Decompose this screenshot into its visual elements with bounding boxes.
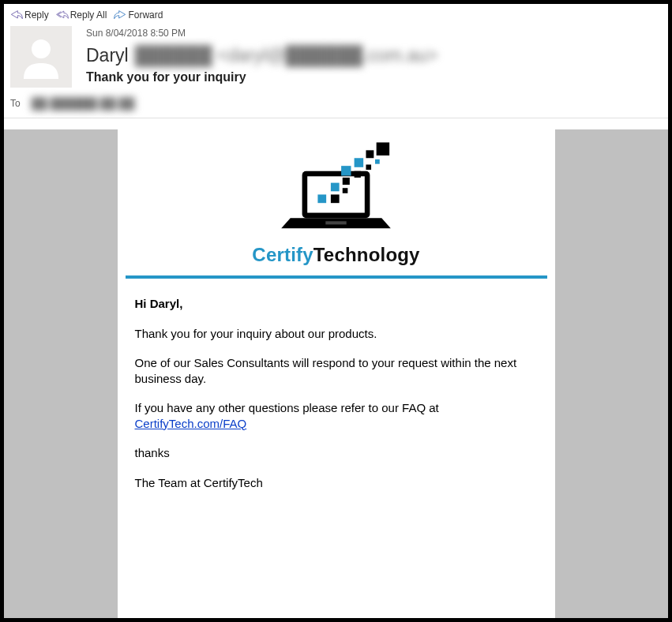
forward-button[interactable]: Forward [114,9,163,21]
svg-rect-15 [375,159,380,164]
faq-link[interactable]: CertifyTech.com/FAQ [135,417,247,430]
reply-all-button[interactable]: Reply All [56,9,107,21]
email-datetime: Sun 8/04/2018 8:50 PM [86,28,662,39]
svg-rect-13 [366,150,374,158]
svg-rect-12 [366,165,371,170]
reply-icon [10,9,23,21]
email-subject: Thank you for your inquiry [86,70,662,84]
action-toolbar: Reply Reply All Forward [4,4,668,23]
paragraph-2: One of our Sales Consultants will respon… [135,355,535,386]
to-label: To [10,98,21,109]
paragraph-5: The Team at CertifyTech [135,475,535,491]
svg-rect-4 [317,194,326,203]
brand-part-a: Certify [252,244,313,265]
svg-rect-9 [341,166,351,175]
svg-rect-14 [377,142,390,156]
email-header: Sun 8/04/2018 8:50 PM Daryl ██████ <dary… [4,23,668,96]
body-spacer [118,514,555,618]
paragraph-1: Thank you for your inquiry about our pro… [135,326,535,342]
brand-part-b: Technology [313,244,420,265]
email-content-card: CertifyTechnology Hi Daryl, Thank you fo… [118,129,555,618]
person-icon [17,33,65,81]
email-body-pane: CertifyTechnology Hi Daryl, Thank you fo… [4,129,668,618]
forward-label: Forward [128,9,163,21]
greeting: Hi Daryl, [135,296,535,312]
reply-all-icon [56,9,69,21]
svg-rect-10 [355,171,361,178]
paragraph-3: If you have any other questions please r… [135,400,535,431]
logo-block: CertifyTechnology [118,129,555,271]
to-row: To ██.██████.██.██ [4,96,668,118]
message-body: Hi Daryl, Thank you for your inquiry abo… [118,279,555,514]
email-from: Daryl ██████ <daryl@██████.com.au> [86,45,662,66]
email-meta: Sun 8/04/2018 8:50 PM Daryl ██████ <dary… [86,26,662,88]
from-name: Daryl [86,45,129,66]
svg-rect-5 [331,194,340,203]
sender-avatar [10,26,72,88]
from-address-redacted: ██████ <daryl@██████.com.au> [135,45,438,66]
reply-all-label: Reply All [70,9,107,21]
brand-text: CertifyTechnology [118,244,555,266]
reply-label: Reply [24,9,49,21]
to-address-redacted: ██.██████.██.██ [32,97,135,110]
svg-rect-3 [325,221,346,224]
paragraph-3-text: If you have any other questions please r… [135,401,439,414]
forward-icon [114,9,126,21]
reply-button[interactable]: Reply [10,9,49,21]
svg-rect-11 [355,158,364,167]
svg-rect-7 [343,188,348,193]
email-window: Reply Reply All Forward Sun 8/04/2018 8:… [4,4,668,618]
svg-rect-6 [331,183,340,192]
paragraph-4: thanks [135,445,535,461]
svg-rect-8 [343,178,350,185]
svg-point-0 [32,39,51,58]
header-divider [4,118,668,118]
laptop-logo-icon [271,137,401,244]
